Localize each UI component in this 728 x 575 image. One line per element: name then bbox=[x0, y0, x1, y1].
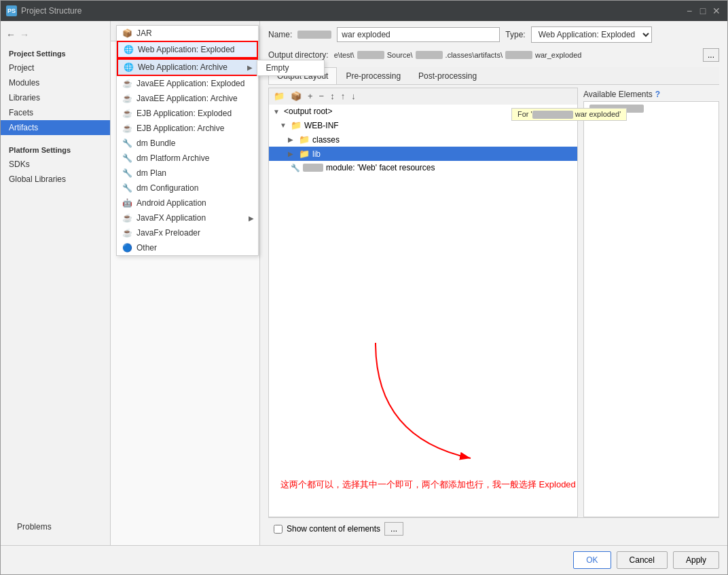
folder-icon-webinf: 📁 bbox=[291, 120, 302, 130]
dm-config-label: dm Configuration bbox=[136, 183, 198, 193]
name-type-row: Name: Type: Web Application: Exploded bbox=[268, 26, 719, 43]
expand-icon: ▼ bbox=[273, 108, 281, 115]
module-web-label: module: 'Web' facet resources bbox=[326, 163, 435, 172]
javafx-icon: ☕ bbox=[122, 213, 132, 223]
sidebar-item-libraries[interactable]: Libraries bbox=[1, 90, 110, 105]
other-icon: 🔵 bbox=[122, 243, 132, 253]
tree-sort-button[interactable]: ↕ bbox=[328, 90, 337, 102]
android-icon: 🤖 bbox=[122, 198, 132, 208]
output-tree: 📁 📦 + − ↕ ↑ ↓ ▼ <output root> bbox=[268, 88, 578, 517]
tree-item-classes[interactable]: ▶ 📁 classes bbox=[269, 132, 577, 147]
help-icon[interactable]: ? bbox=[655, 90, 660, 99]
output-root-label: <output root> bbox=[284, 107, 332, 116]
sidebar-item-facets[interactable]: Facets bbox=[1, 105, 110, 120]
sidebar-item-global-libraries[interactable]: Global Libraries bbox=[1, 172, 110, 187]
platform-settings-section: Platform Settings bbox=[1, 142, 110, 157]
cancel-button[interactable]: Cancel bbox=[617, 551, 668, 569]
menu-item-dm-platform[interactable]: 🔧 dm Platform Archive bbox=[117, 151, 258, 166]
apply-button[interactable]: Apply bbox=[673, 551, 719, 569]
tab-post-processing[interactable]: Post-processing bbox=[410, 67, 486, 84]
app-icon: PS bbox=[6, 5, 17, 16]
dm-plan-label: dm Plan bbox=[136, 168, 166, 178]
close-button[interactable]: ✕ bbox=[711, 5, 722, 16]
ejb-archive-label: EJB Application: Archive bbox=[136, 124, 224, 133]
dm-config-icon: 🔧 bbox=[122, 183, 132, 193]
path-blurred-3 bbox=[505, 51, 532, 59]
tree-add-button[interactable]: + bbox=[306, 90, 315, 102]
output-dir-row: Output directory: e\test\ Source\ .class… bbox=[268, 48, 719, 62]
dm-platform-icon: 🔧 bbox=[122, 153, 132, 163]
tree-down-button[interactable]: ↓ bbox=[349, 90, 358, 102]
dm-bundle-label: dm Bundle bbox=[136, 138, 175, 148]
other-label: Other bbox=[136, 243, 157, 253]
javafx-label: JavaFX Application bbox=[136, 213, 206, 223]
project-structure-dialog: PS Project Structure − □ ✕ ← → Project S… bbox=[0, 0, 728, 575]
folder-icon-classes: 📁 bbox=[299, 134, 310, 145]
menu-item-javafx-preloader[interactable]: ☕ JavaFx Preloader bbox=[117, 225, 258, 240]
available-elements-label: Available Elements bbox=[583, 90, 653, 99]
sub-menu-arrow: ▶ bbox=[247, 64, 253, 71]
tab-pre-processing[interactable]: Pre-processing bbox=[337, 67, 410, 84]
sub-menu-empty[interactable]: Empty bbox=[257, 60, 324, 75]
forward-button[interactable]: → bbox=[20, 29, 29, 40]
content-area: + − ⧉ 📦 JAR 🌐 Web Application: Exploded bbox=[111, 21, 727, 545]
sidebar-item-sdks[interactable]: SDKs bbox=[1, 157, 110, 172]
menu-item-ejb-archive[interactable]: ☕ EJB Application: Archive bbox=[117, 121, 258, 136]
menu-item-javaee-archive[interactable]: ☕ JavaEE Application: Archive bbox=[117, 91, 258, 106]
more-options-button[interactable]: ... bbox=[384, 522, 403, 536]
name-input[interactable] bbox=[337, 27, 500, 42]
main-content: ← → Project Settings Project Modules Lib… bbox=[1, 21, 727, 545]
menu-item-dm-bundle[interactable]: 🔧 dm Bundle bbox=[117, 136, 258, 151]
menu-item-other[interactable]: 🔵 Other bbox=[117, 240, 258, 255]
ejb-exploded-label: EJB Application: Exploded bbox=[136, 109, 232, 118]
tree-item-module-web[interactable]: 🔧 module: 'Web' facet resources bbox=[269, 161, 577, 174]
browse-output-dir-button[interactable]: ... bbox=[703, 48, 719, 62]
javafx-preloader-label: JavaFx Preloader bbox=[136, 228, 200, 238]
menu-item-dm-configuration[interactable]: 🔧 dm Configuration bbox=[117, 181, 258, 196]
sidebar-item-modules[interactable]: Modules bbox=[1, 75, 110, 90]
lib-label: lib bbox=[312, 149, 321, 159]
available-elements-panel: Available Elements ? bbox=[583, 88, 719, 517]
dm-plan-icon: 🔧 bbox=[122, 168, 132, 178]
output-tree-toolbar: 📁 📦 + − ↕ ↑ ↓ bbox=[269, 88, 577, 105]
window-title: Project Structure bbox=[21, 6, 81, 16]
menu-item-javaee-exploded[interactable]: ☕ JavaEE Application: Exploded bbox=[117, 76, 258, 91]
javafx-submenu-arrow: ▶ bbox=[249, 215, 254, 222]
tree-package-button[interactable]: 📁 bbox=[272, 90, 287, 102]
artifacts-list-area: + − ⧉ 📦 JAR 🌐 Web Application: Exploded bbox=[111, 21, 260, 545]
tree-remove-button[interactable]: − bbox=[317, 90, 327, 102]
menu-item-ejb-exploded[interactable]: ☕ EJB Application: Exploded bbox=[117, 106, 258, 121]
web-archive-submenu: Empty bbox=[257, 60, 325, 76]
javafx-preloader-icon: ☕ bbox=[122, 228, 132, 238]
add-dropdown-menu: 📦 JAR 🌐 Web Application: Exploded 🌐 Web … bbox=[116, 25, 259, 256]
show-content-checkbox[interactable] bbox=[274, 525, 283, 534]
tree-item-lib[interactable]: ▶ 📁 lib bbox=[269, 147, 577, 161]
sidebar-item-artifacts[interactable]: Artifacts bbox=[1, 120, 110, 135]
tree-archive-button[interactable]: 📦 bbox=[289, 90, 304, 102]
menu-item-web-archive[interactable]: 🌐 Web Application: Archive ▶ Empty bbox=[117, 58, 258, 76]
menu-item-jar[interactable]: 📦 JAR bbox=[117, 26, 258, 41]
dm-platform-label: dm Platform Archive bbox=[136, 153, 209, 163]
android-label: Android Application bbox=[136, 198, 206, 208]
menu-item-android[interactable]: 🤖 Android Application bbox=[117, 196, 258, 210]
menu-item-javafx[interactable]: ☕ JavaFX Application ▶ bbox=[117, 210, 258, 225]
sidebar-item-problems[interactable]: Problems bbox=[9, 519, 102, 534]
type-select[interactable]: Web Application: Exploded bbox=[531, 26, 652, 43]
javaee-exploded-label: JavaEE Application: Exploded bbox=[136, 79, 244, 88]
ok-button[interactable]: OK bbox=[573, 551, 611, 569]
detail-panel: For ' war exploded' Name: Type: Web Appl… bbox=[260, 21, 727, 545]
javaee-archive-icon: ☕ bbox=[122, 94, 132, 103]
available-elements-header: Available Elements ? bbox=[583, 88, 719, 101]
web-exploded-icon: 🌐 bbox=[124, 45, 134, 54]
menu-item-dm-plan[interactable]: 🔧 dm Plan bbox=[117, 166, 258, 181]
tree-up-button[interactable]: ↑ bbox=[339, 90, 348, 102]
back-button[interactable]: ← bbox=[6, 29, 16, 40]
minimize-button[interactable]: − bbox=[684, 5, 695, 16]
maximize-button[interactable]: □ bbox=[697, 5, 708, 16]
classes-label: classes bbox=[312, 135, 340, 145]
expand-icon-classes: ▶ bbox=[288, 136, 296, 143]
sidebar-item-project[interactable]: Project bbox=[1, 60, 110, 75]
module-icon: 🔧 bbox=[291, 164, 300, 172]
web-archive-label: Web Application: Archive bbox=[138, 62, 228, 72]
menu-item-web-exploded[interactable]: 🌐 Web Application: Exploded bbox=[117, 41, 258, 58]
